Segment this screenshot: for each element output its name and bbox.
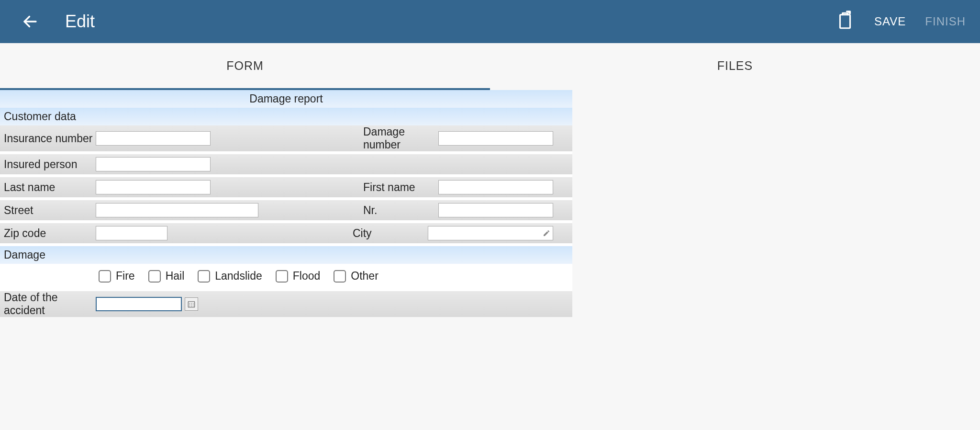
- label-last-name: Last name: [0, 181, 96, 194]
- checkbox-fire[interactable]: [99, 270, 111, 283]
- checkbox-hail[interactable]: [148, 270, 161, 283]
- app-bar: Edit SAVE FINISH: [0, 0, 980, 43]
- label-damage-number: Damage number: [359, 125, 438, 151]
- label-first-name: First name: [359, 181, 438, 194]
- page-title: Edit: [65, 11, 835, 32]
- checkbox-item-flood: Flood: [276, 270, 321, 283]
- svg-rect-1: [840, 15, 850, 28]
- row-date: Date of the accident: [0, 291, 572, 317]
- row-zip-city: Zip code City: [0, 223, 572, 246]
- svg-point-10: [191, 306, 192, 307]
- tabs: FORM FILES: [0, 43, 980, 90]
- label-fire: Fire: [116, 270, 135, 283]
- app-actions: SAVE FINISH: [835, 11, 966, 33]
- checkbox-item-hail: Hail: [148, 270, 185, 283]
- input-street[interactable]: [96, 203, 258, 217]
- row-street: Street Nr.: [0, 200, 572, 223]
- checkbox-other[interactable]: [334, 270, 346, 283]
- input-city[interactable]: [428, 226, 553, 240]
- checkbox-flood[interactable]: [276, 270, 288, 283]
- svg-point-6: [189, 305, 190, 306]
- svg-point-3: [189, 303, 190, 304]
- label-landslide: Landslide: [215, 270, 262, 283]
- svg-point-8: [193, 305, 194, 306]
- svg-point-5: [193, 303, 194, 304]
- arrow-left-icon: [22, 13, 39, 30]
- input-first-name[interactable]: [438, 180, 553, 194]
- input-damage-number[interactable]: [438, 131, 553, 146]
- row-name: Last name First name: [0, 177, 572, 200]
- svg-point-9: [189, 306, 190, 307]
- row-insurance: Insurance number Damage number: [0, 125, 572, 154]
- date-picker-button[interactable]: [185, 297, 198, 311]
- form-container: Damage report Customer data Insurance nu…: [0, 90, 572, 317]
- clipboard-button[interactable]: [835, 11, 855, 33]
- checkbox-item-other: Other: [334, 270, 379, 283]
- input-zip-code[interactable]: [96, 226, 167, 240]
- checkbox-item-fire: Fire: [99, 270, 135, 283]
- tab-form[interactable]: FORM: [0, 43, 490, 90]
- label-nr: Nr.: [359, 204, 438, 217]
- label-other: Other: [351, 270, 379, 283]
- section-customer-data: Customer data: [0, 108, 572, 125]
- form-title: Damage report: [0, 90, 572, 108]
- label-street: Street: [0, 204, 96, 217]
- svg-point-11: [193, 306, 194, 307]
- label-city: City: [349, 227, 428, 240]
- tab-files[interactable]: FILES: [490, 43, 980, 90]
- svg-point-4: [191, 303, 192, 304]
- label-zip-code: Zip code: [0, 227, 96, 240]
- section-damage: Damage: [0, 246, 572, 264]
- back-button[interactable]: [22, 13, 39, 30]
- label-insured-person: Insured person: [0, 158, 96, 171]
- svg-point-7: [191, 305, 192, 306]
- clipboard-refresh-icon: [835, 11, 855, 31]
- input-nr[interactable]: [438, 203, 553, 217]
- save-button[interactable]: SAVE: [874, 15, 906, 28]
- input-date-of-accident[interactable]: [96, 297, 182, 311]
- checkbox-item-landslide: Landslide: [198, 270, 262, 283]
- finish-button[interactable]: FINISH: [925, 15, 966, 28]
- input-insured-person[interactable]: [96, 157, 211, 171]
- label-date-of-accident: Date of the accident: [0, 291, 96, 317]
- damage-types-row: Fire Hail Landslide Flood Other: [0, 264, 572, 291]
- label-insurance-number: Insurance number: [0, 132, 96, 145]
- input-insurance-number[interactable]: [96, 131, 211, 146]
- checkbox-landslide[interactable]: [198, 270, 210, 283]
- input-last-name[interactable]: [96, 180, 211, 194]
- calendar-icon: [187, 300, 196, 308]
- row-insured-person: Insured person: [0, 154, 572, 177]
- label-flood: Flood: [293, 270, 321, 283]
- label-hail: Hail: [166, 270, 185, 283]
